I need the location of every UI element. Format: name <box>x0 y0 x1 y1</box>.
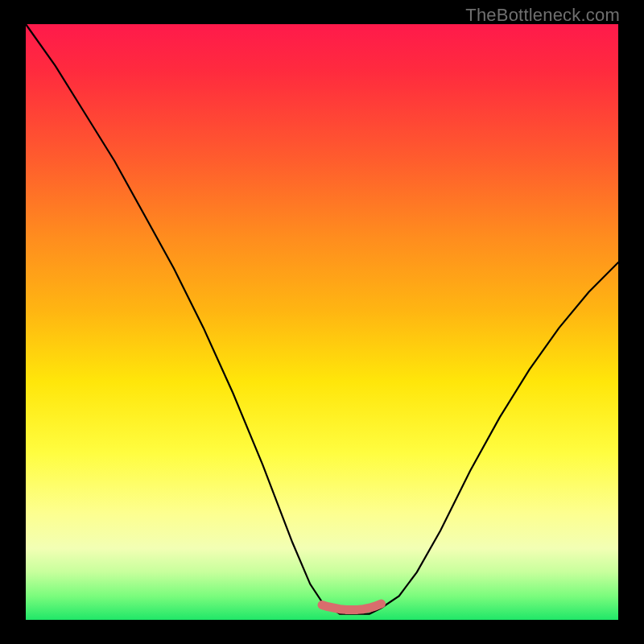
optimal-range-marker-path <box>322 604 382 609</box>
watermark-text: TheBottleneck.com <box>465 5 620 26</box>
bottleneck-curve-path <box>26 24 618 614</box>
chart-stage: TheBottleneck.com <box>0 0 644 644</box>
plot-area <box>26 24 618 620</box>
curve-svg <box>26 24 618 620</box>
